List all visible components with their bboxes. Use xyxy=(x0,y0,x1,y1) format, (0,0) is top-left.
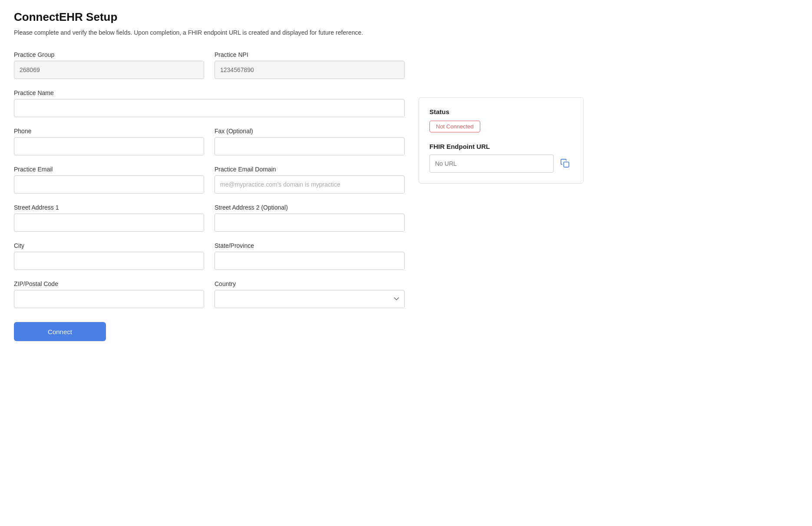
practice-npi-field: Practice NPI xyxy=(215,51,405,79)
state-field: State/Province xyxy=(215,242,405,270)
practice-email-domain-input[interactable] xyxy=(215,175,405,194)
state-label: State/Province xyxy=(215,242,405,249)
page-description: Please complete and verify the below fie… xyxy=(14,28,405,37)
sidebar-panel: Status Not Connected FHIR Endpoint URL xyxy=(419,10,584,516)
status-card: Status Not Connected FHIR Endpoint URL xyxy=(419,97,584,184)
practice-email-field: Practice Email xyxy=(14,166,204,194)
practice-group-input[interactable] xyxy=(14,61,204,79)
fax-input[interactable] xyxy=(215,137,405,155)
street-address-1-input[interactable] xyxy=(14,214,204,232)
practice-name-input[interactable] xyxy=(14,99,405,117)
practice-email-domain-label: Practice Email Domain xyxy=(215,166,405,173)
country-select[interactable] xyxy=(215,290,405,308)
fhir-endpoint-label: FHIR Endpoint URL xyxy=(429,143,573,150)
street-address-1-field: Street Address 1 xyxy=(14,204,204,232)
main-form: ConnectEHR Setup Please complete and ver… xyxy=(14,10,405,516)
city-label: City xyxy=(14,242,204,249)
street-address-2-label: Street Address 2 (Optional) xyxy=(215,204,405,211)
copy-url-button[interactable] xyxy=(557,156,573,171)
practice-name-row: Practice Name xyxy=(14,89,405,117)
status-label: Status xyxy=(429,108,573,115)
practice-name-label: Practice Name xyxy=(14,89,405,96)
practice-group-field: Practice Group xyxy=(14,51,204,79)
svg-rect-0 xyxy=(564,162,569,167)
zip-input[interactable] xyxy=(14,290,204,308)
city-input[interactable] xyxy=(14,252,204,270)
city-state-row: City State/Province xyxy=(14,242,405,270)
zip-field: ZIP/Postal Code xyxy=(14,280,204,308)
practice-email-label: Practice Email xyxy=(14,166,204,173)
practice-npi-label: Practice NPI xyxy=(215,51,405,58)
zip-label: ZIP/Postal Code xyxy=(14,280,204,287)
practice-npi-input[interactable] xyxy=(215,61,405,79)
fhir-url-row xyxy=(429,155,573,173)
street-address-1-label: Street Address 1 xyxy=(14,204,204,211)
phone-field: Phone xyxy=(14,128,204,155)
practice-group-npi-row: Practice Group Practice NPI xyxy=(14,51,405,79)
email-row: Practice Email Practice Email Domain xyxy=(14,166,405,194)
page-title: ConnectEHR Setup xyxy=(14,10,405,24)
practice-email-input[interactable] xyxy=(14,175,204,194)
phone-fax-row: Phone Fax (Optional) xyxy=(14,128,405,155)
zip-country-row: ZIP/Postal Code Country xyxy=(14,280,405,308)
practice-name-field: Practice Name xyxy=(14,89,405,117)
connect-button[interactable]: Connect xyxy=(14,322,106,341)
practice-group-label: Practice Group xyxy=(14,51,204,58)
country-label: Country xyxy=(215,280,405,287)
city-field: City xyxy=(14,242,204,270)
phone-input[interactable] xyxy=(14,137,204,155)
country-field: Country xyxy=(215,280,405,308)
street-address-2-field: Street Address 2 (Optional) xyxy=(215,204,405,232)
copy-icon xyxy=(560,158,570,169)
street-address-2-input[interactable] xyxy=(215,214,405,232)
phone-label: Phone xyxy=(14,128,204,135)
fax-label: Fax (Optional) xyxy=(215,128,405,135)
status-badge: Not Connected xyxy=(429,121,480,132)
fax-field: Fax (Optional) xyxy=(215,128,405,155)
state-input[interactable] xyxy=(215,252,405,270)
practice-email-domain-field: Practice Email Domain xyxy=(215,166,405,194)
street-address-row: Street Address 1 Street Address 2 (Optio… xyxy=(14,204,405,232)
fhir-url-input[interactable] xyxy=(429,155,554,173)
